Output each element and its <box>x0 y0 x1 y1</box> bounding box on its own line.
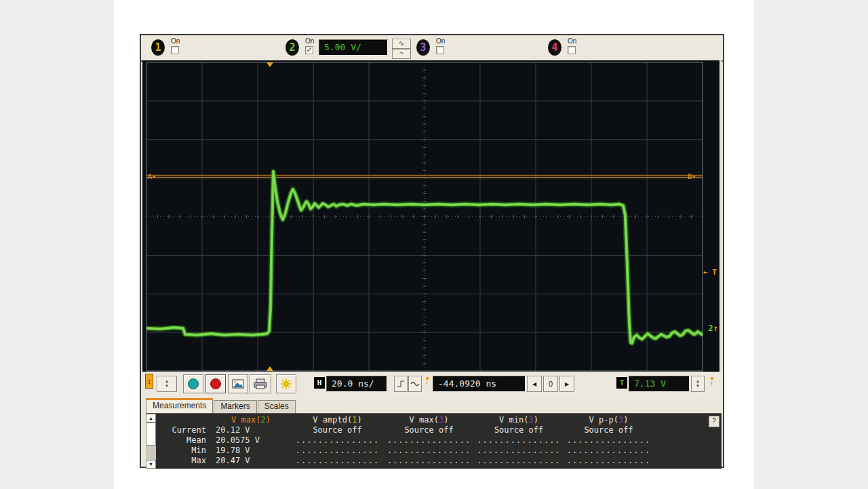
measurement-value: ............... <box>475 435 563 446</box>
tab-measurements[interactable]: Measurements <box>146 398 213 413</box>
measurements-header-row: V max(2)V amptd(1)V max(3)V min(3)V p-p(… <box>156 415 722 425</box>
run-button[interactable] <box>183 374 203 393</box>
page-right-margin <box>754 0 868 489</box>
timebase-display[interactable]: 20.0 ns/ <box>326 376 387 392</box>
measurement-column-header: V amptd(1) <box>292 415 383 425</box>
measurement-value: Source off <box>292 425 383 435</box>
measurement-value: 19.78 V <box>210 446 292 456</box>
channel-3-on-label: On <box>436 37 445 45</box>
horizontal-trigger-toolbar: ↕ ▲ ▼ H 20.0 ns/ ↑ -44.0920 ns ◀ <box>142 372 722 399</box>
page-left-margin <box>0 0 114 489</box>
measurement-value: ............... <box>563 435 654 446</box>
scope-display: A▾B▾ ← T 2↑ <box>142 60 722 372</box>
header-spacer <box>156 415 210 425</box>
horizontal-menu-button[interactable]: H <box>314 377 325 389</box>
measurement-row-label: Min <box>156 446 210 456</box>
ground-marker-arrow-icon: ↑ <box>713 324 718 333</box>
measurement-value: 20.47 V <box>210 456 292 466</box>
channel-2-on-label: On <box>305 37 314 45</box>
image-icon <box>232 379 244 389</box>
waveform-graticule: A▾B▾ <box>146 62 703 372</box>
measurement-value: Source off <box>383 425 475 435</box>
measurement-value: ............... <box>475 456 563 466</box>
trigger-up-icon[interactable]: ▲ <box>696 379 700 384</box>
printer-icon <box>254 378 267 389</box>
delay-display[interactable]: -44.0920 ns <box>433 376 526 392</box>
delay-decrement-button[interactable]: ◀ <box>527 376 542 392</box>
trigger-level-display[interactable]: 7.13 V <box>629 376 690 392</box>
trigger-level-marker[interactable]: ← T <box>703 268 717 277</box>
measurements-scrollbar[interactable]: ▲ ▼ <box>146 414 156 469</box>
channel-4-on-label: On <box>568 37 576 45</box>
screen-capture-button[interactable] <box>228 374 248 393</box>
coupling-sine-icon[interactable]: ~ <box>392 49 411 59</box>
scroll-up-icon[interactable]: ▲ <box>146 414 156 423</box>
sine-icon <box>410 380 420 387</box>
measurement-value: 20.12 V <box>210 425 292 435</box>
scrollbar-thumb[interactable] <box>146 423 156 446</box>
display-brightness-button[interactable] <box>276 374 296 393</box>
channel-2-badge[interactable]: 2 <box>285 39 299 56</box>
svg-text:A▾: A▾ <box>148 173 156 180</box>
channel-3-checkbox[interactable] <box>436 46 444 54</box>
channel-4-badge[interactable]: 4 <box>548 39 561 56</box>
ramp-icon <box>397 380 405 387</box>
measurements-panel: ▲ ▼ V max(2)V amptd(1)V max(3)V min(3)V … <box>146 413 722 469</box>
zoom-mode-button[interactable] <box>394 376 408 392</box>
trigger-position-badge[interactable]: ↕ <box>145 374 153 389</box>
measurement-value: ............... <box>563 456 654 466</box>
measurement-row-label: Max <box>156 456 210 466</box>
measurement-value: ............... <box>383 435 475 446</box>
trigger-menu-button[interactable]: T <box>616 377 627 389</box>
oscilloscope-window: 1 On 2 On ✓ 5.00 V/ ∿ ~ 3 On 4 On A▾B▾ ←… <box>140 34 724 468</box>
tab-markers[interactable]: Markers <box>214 400 256 413</box>
channel-1-on-label: On <box>171 37 180 45</box>
measurement-value: Source off <box>475 425 563 435</box>
measurement-column-header: V p-p(3) <box>563 415 654 425</box>
channel-1-badge[interactable]: 1 <box>151 39 165 56</box>
measurement-value: Source off <box>563 425 654 435</box>
svg-text:B▾: B▾ <box>688 173 696 180</box>
measurement-value: ............... <box>383 456 475 466</box>
stop-button[interactable] <box>205 374 226 393</box>
spinner-down-icon[interactable]: ▼ <box>165 384 169 389</box>
measurement-row: Mean20.0575 V...........................… <box>156 435 722 446</box>
bottom-tab-bar: Measurements Markers Scales <box>146 399 296 413</box>
measurement-value: ............... <box>475 446 563 456</box>
channel-2-checkbox[interactable]: ✓ <box>305 46 313 54</box>
trigger-down-icon[interactable]: ▼ <box>696 384 700 389</box>
delay-increment-button[interactable]: ▶ <box>559 376 574 392</box>
measurement-column-header: V max(3) <box>383 415 475 425</box>
vertical-position-spinner[interactable]: ▲ ▼ <box>157 376 177 392</box>
channel-2-ground-marker[interactable]: 2↑ <box>709 324 718 333</box>
measurement-value: ............... <box>563 446 654 456</box>
scroll-down-icon[interactable]: ▼ <box>146 460 156 469</box>
tab-scales[interactable]: Scales <box>258 400 296 413</box>
measurement-row-label: Mean <box>156 435 210 446</box>
horizontal-sine-button[interactable] <box>408 376 422 392</box>
print-button[interactable] <box>250 374 271 393</box>
stop-circle-icon <box>210 378 222 390</box>
channel-2-scale-display[interactable]: 5.00 V/ <box>319 39 388 56</box>
delay-zero-button[interactable]: 0 <box>543 376 558 392</box>
measurement-row: Max20.47 V..............................… <box>156 456 722 466</box>
time-ref-icon: ↑ <box>424 377 430 386</box>
measurement-value: ............... <box>383 446 475 456</box>
channel-4-checkbox[interactable] <box>568 46 576 54</box>
trigger-edge-icon: ↑ <box>709 377 715 386</box>
measurement-row: Min19.78 V..............................… <box>156 446 722 456</box>
sun-icon <box>280 378 292 390</box>
channel-1-checkbox[interactable] <box>171 46 179 54</box>
help-button[interactable]: ? <box>709 416 719 427</box>
measurement-column-header: V max(2) <box>210 415 292 425</box>
measurement-value: ............... <box>292 456 383 466</box>
measurement-row-label: Current <box>156 425 210 435</box>
run-circle-icon <box>187 378 199 390</box>
measurements-table: V max(2)V amptd(1)V max(3)V min(3)V p-p(… <box>156 415 722 469</box>
channel-3-badge[interactable]: 3 <box>416 39 430 56</box>
measurement-row: Current20.12 VSource offSource offSource… <box>156 425 722 435</box>
trigger-level-spinner[interactable]: ▲ ▼ <box>691 376 705 392</box>
ground-marker-channel-number: 2 <box>709 324 713 333</box>
coupling-ac-icon[interactable]: ∿ <box>392 39 411 49</box>
spinner-up-icon[interactable]: ▲ <box>165 379 169 384</box>
